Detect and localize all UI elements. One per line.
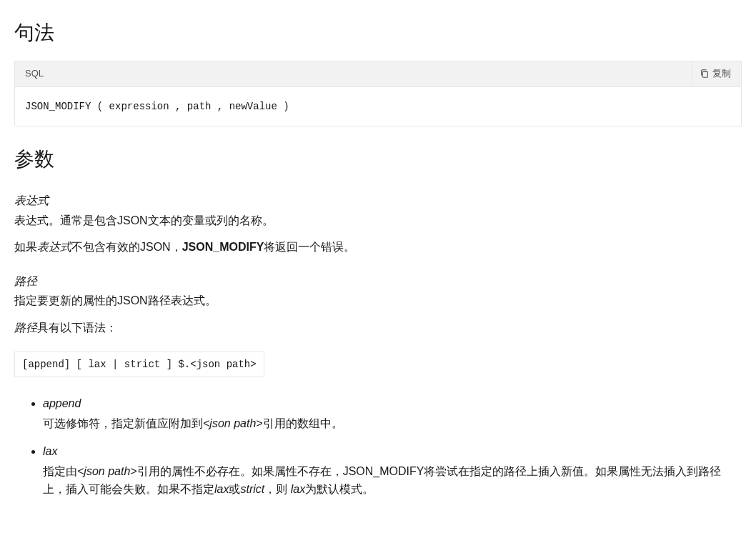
code-block-header: SQL 复制: [15, 61, 741, 87]
text: 不包含有效的JSON，: [71, 241, 182, 253]
text: 指定由: [43, 465, 77, 477]
path-modifiers-list: append 可选修饰符，指定新值应附加到<json path>引用的数组中。 …: [14, 394, 742, 499]
text: 为默认模式。: [305, 483, 374, 495]
text: 引用的属性不必存在。如果属性不存在，JSON_MODIFY将尝试在指定的路径上插…: [43, 465, 721, 496]
text: 可选修饰符，指定新值应附加到: [43, 417, 203, 429]
text: 将返回一个错误。: [264, 241, 355, 253]
list-item: lax 指定由<json path>引用的属性不必存在。如果属性不存在，JSON…: [43, 442, 742, 499]
syntax-code-block: SQL 复制 JSON_MODIFY ( expression , path ,…: [14, 61, 742, 126]
code-lang-label: SQL: [25, 66, 44, 81]
emphasis-lax: lax: [291, 483, 305, 495]
syntax-code-body: JSON_MODIFY ( expression , path , newVal…: [15, 87, 741, 126]
text: 引用的数组中。: [263, 417, 343, 429]
emphasis-strict: strict: [240, 483, 264, 495]
text: 如果: [14, 241, 37, 253]
modifier-lax-desc: 指定由<json path>引用的属性不必存在。如果属性不存在，JSON_MOD…: [43, 465, 721, 496]
strong-json-modify: JSON_MODIFY: [182, 241, 264, 253]
copy-icon: [700, 69, 710, 79]
param-path-desc: 指定要更新的属性的JSON路径表达式。: [14, 292, 742, 310]
emphasis-json-path: <json path>: [203, 417, 263, 429]
modifier-append-term: append: [43, 394, 742, 413]
text: ，则: [264, 483, 290, 495]
text: 具有以下语法：: [37, 322, 117, 334]
params-heading: 参数: [14, 144, 742, 176]
param-path-term: 路径: [14, 272, 742, 291]
modifier-append-desc: 可选修饰符，指定新值应附加到<json path>引用的数组中。: [43, 417, 343, 429]
param-path-syntax-intro: 路径具有以下语法：: [14, 319, 742, 337]
list-item: append 可选修饰符，指定新值应附加到<json path>引用的数组中。: [43, 394, 742, 432]
param-expression-error: 如果表达式不包含有效的JSON，JSON_MODIFY将返回一个错误。: [14, 238, 742, 256]
text: 或: [229, 483, 240, 495]
emphasis-expression: 表达式: [37, 241, 71, 253]
copy-button-label: 复制: [712, 66, 731, 81]
syntax-heading: 句法: [14, 17, 742, 49]
copy-button[interactable]: 复制: [692, 61, 734, 86]
modifier-lax-term: lax: [43, 442, 742, 461]
param-expression-term: 表达式: [14, 191, 742, 210]
param-expression-desc: 表达式。通常是包含JSON文本的变量或列的名称。: [14, 211, 742, 230]
svg-rect-0: [702, 72, 707, 78]
emphasis-path: 路径: [14, 322, 37, 334]
path-syntax-code: [append] [ lax | strict ] $.<json path>: [14, 352, 264, 377]
emphasis-json-path: <json path>: [77, 465, 137, 477]
emphasis-lax: lax: [214, 483, 229, 495]
